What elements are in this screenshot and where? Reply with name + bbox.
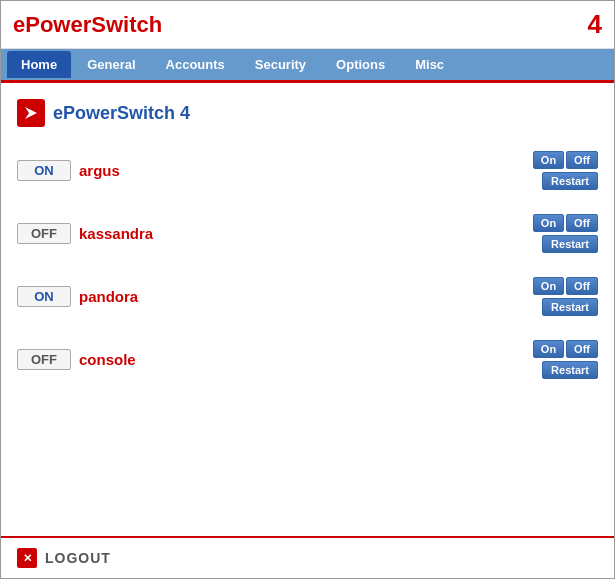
logo-bold: Switch [91,12,162,37]
nav-bar: Home General Accounts Security Options M… [1,49,614,83]
nav-home[interactable]: Home [7,51,71,78]
status-badge: ON [17,286,71,307]
device-name: console [79,351,533,368]
device-name: kassandra [79,225,533,242]
app-wrapper: ePowerSwitch 4 Home General Accounts Sec… [0,0,615,579]
version-number: 4 [588,9,602,40]
off-button[interactable]: Off [566,214,598,232]
nav-accounts[interactable]: Accounts [152,51,239,78]
on-button[interactable]: On [533,151,564,169]
page-title-row: ePowerSwitch 4 [17,99,598,127]
restart-button[interactable]: Restart [542,298,598,316]
on-button[interactable]: On [533,340,564,358]
logout-icon [17,548,37,568]
footer: LOGOUT [1,536,614,578]
nav-security[interactable]: Security [241,51,320,78]
main-content: ePowerSwitch 4 ONargusOnOffRestartOFFkas… [1,83,614,536]
on-off-buttons: OnOff [533,340,598,358]
device-name: pandora [79,288,533,305]
on-button[interactable]: On [533,214,564,232]
restart-button[interactable]: Restart [542,235,598,253]
off-button[interactable]: Off [566,340,598,358]
device-row: OFFkassandraOnOffRestart [17,210,598,257]
logo-plain: ePower [13,12,91,37]
logout-button[interactable]: LOGOUT [45,550,111,566]
on-off-buttons: OnOff [533,277,598,295]
status-badge: OFF [17,349,71,370]
page-title: ePowerSwitch 4 [53,103,190,124]
restart-button[interactable]: Restart [542,172,598,190]
device-controls: OnOffRestart [533,214,598,253]
on-off-buttons: OnOff [533,151,598,169]
nav-options[interactable]: Options [322,51,399,78]
on-off-buttons: OnOff [533,214,598,232]
svg-marker-0 [25,107,37,119]
arrow-icon [23,105,39,121]
status-badge: ON [17,160,71,181]
off-button[interactable]: Off [566,151,598,169]
device-controls: OnOffRestart [533,340,598,379]
off-button[interactable]: Off [566,277,598,295]
logo: ePowerSwitch [13,12,162,38]
device-controls: OnOffRestart [533,151,598,190]
nav-general[interactable]: General [73,51,149,78]
header: ePowerSwitch 4 [1,1,614,49]
on-button[interactable]: On [533,277,564,295]
status-badge: OFF [17,223,71,244]
device-name: argus [79,162,533,179]
title-icon [17,99,45,127]
device-row: OFFconsoleOnOffRestart [17,336,598,383]
device-row: ONargusOnOffRestart [17,147,598,194]
devices-list: ONargusOnOffRestartOFFkassandraOnOffRest… [17,147,598,383]
restart-button[interactable]: Restart [542,361,598,379]
device-row: ONpandoraOnOffRestart [17,273,598,320]
nav-misc[interactable]: Misc [401,51,458,78]
device-controls: OnOffRestart [533,277,598,316]
